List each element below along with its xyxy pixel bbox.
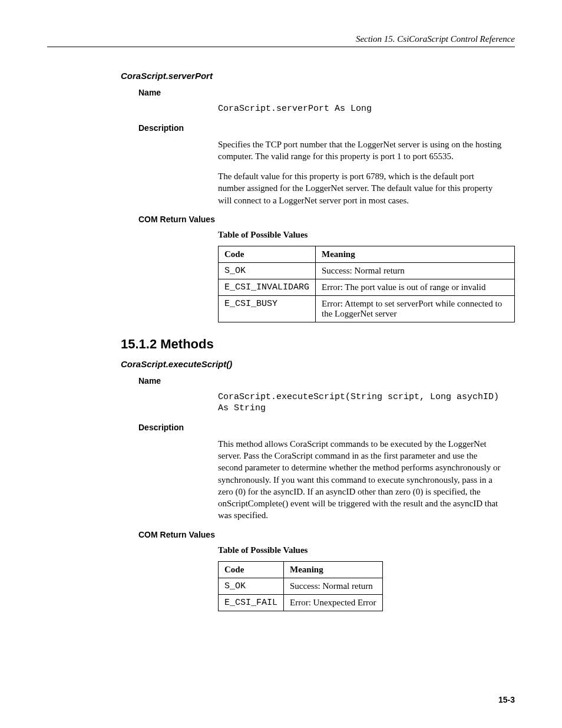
page: Section 15. CsiCoraScript Control Refere…: [0, 0, 562, 728]
description-p1: Specifies the TCP port number that the L…: [218, 139, 503, 163]
cell-code: S_OK: [219, 262, 316, 279]
description-p3: This method allows CoraScript commands t…: [218, 438, 503, 522]
th-meaning: Meaning: [316, 246, 515, 262]
cell-meaning: Success: Normal return: [316, 262, 515, 279]
cell-meaning: Error: Unexpected Error: [284, 594, 383, 611]
cell-code: E_CSI_FAIL: [219, 594, 284, 611]
table-caption-2: Table of Possible Values: [218, 545, 515, 555]
table-row: S_OK Success: Normal return: [219, 262, 515, 279]
section-title-serverport: CoraScript.serverPort: [121, 71, 515, 81]
table-row: S_OK Success: Normal return: [219, 578, 383, 594]
cell-meaning: Success: Normal return: [284, 578, 383, 594]
label-name-2: Name: [138, 376, 515, 386]
cell-code: E_CSI_BUSY: [219, 295, 316, 322]
description-p2: The default value for this property is p…: [218, 170, 503, 206]
cell-code: E_CSI_INVALIDARG: [219, 279, 316, 295]
th-code: Code: [219, 246, 316, 262]
label-description-2: Description: [138, 423, 515, 432]
table-values-2: Code Meaning S_OK Success: Normal return…: [218, 561, 383, 611]
label-name: Name: [138, 88, 515, 97]
cell-code: S_OK: [219, 578, 284, 594]
cell-meaning: Error: The port value is out of range or…: [316, 279, 515, 295]
code-name-serverport: CoraScript.serverPort As Long: [218, 103, 503, 115]
label-com-return-2: COM Return Values: [138, 530, 515, 539]
table-header-row: Code Meaning: [219, 561, 383, 578]
section-title-executescript: CoraScript.executeScript(): [121, 359, 515, 369]
code-name-executescript: CoraScript.executeScript(String script, …: [218, 391, 503, 414]
page-number: 15-3: [498, 695, 515, 704]
page-header: Section 15. CsiCoraScript Control Refere…: [47, 34, 515, 47]
table-values-1: Code Meaning S_OK Success: Normal return…: [218, 246, 515, 322]
cell-meaning: Error: Attempt to set serverPort while c…: [316, 295, 515, 322]
label-com-return: COM Return Values: [138, 215, 515, 224]
th-code: Code: [219, 561, 284, 578]
table-row: E_CSI_BUSY Error: Attempt to set serverP…: [219, 295, 515, 322]
table-caption-1: Table of Possible Values: [218, 230, 515, 240]
th-meaning: Meaning: [284, 561, 383, 578]
table-row: E_CSI_INVALIDARG Error: The port value i…: [219, 279, 515, 295]
table-row: E_CSI_FAIL Error: Unexpected Error: [219, 594, 383, 611]
heading-methods: 15.1.2 Methods: [121, 337, 515, 352]
label-description: Description: [138, 123, 515, 133]
table-header-row: Code Meaning: [219, 246, 515, 262]
